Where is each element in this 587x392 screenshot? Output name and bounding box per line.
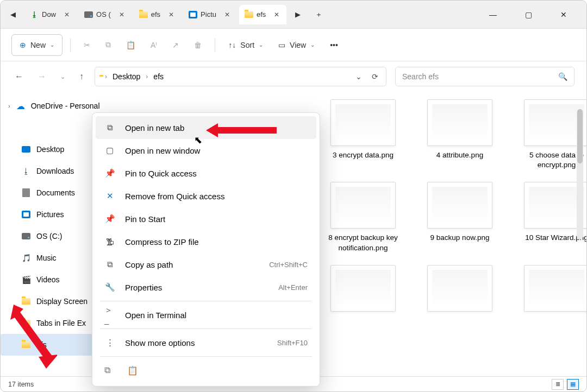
picture-icon [21, 210, 31, 219]
recent-dropdown[interactable]: ⌄ [58, 71, 67, 83]
separator [215, 38, 215, 52]
close-icon[interactable]: ✕ [167, 9, 176, 20]
file-item[interactable]: 9 backup now.png [419, 182, 501, 252]
plus-circle-icon: ⊕ [20, 41, 26, 49]
refresh-button[interactable]: ⟳ [372, 72, 378, 81]
file-item[interactable]: 4 attribute.png [419, 99, 501, 170]
ctx-show-more[interactable]: ⋮ Show more options Shift+F10 [96, 331, 316, 354]
breadcrumb[interactable]: › Desktop › efs ⌄ ⟳ [95, 67, 386, 86]
sidebar-item-onedrive[interactable]: › ☁ OneDrive - Personal [1, 95, 99, 117]
folder-icon [245, 10, 253, 19]
new-label: New [30, 41, 46, 49]
back-button[interactable]: ← [13, 69, 26, 84]
shortcut-label: Shift+F10 [277, 339, 308, 347]
copy-icon[interactable]: ⧉ [104, 365, 115, 376]
sort-button[interactable]: ↑↓ Sort ⌄ [223, 34, 268, 56]
ctx-open-new-window[interactable]: ▢ Open in new window [96, 139, 316, 162]
drive-icon [84, 10, 93, 19]
minimize-button[interactable]: — [482, 7, 504, 22]
ctx-label: Pin to Quick access [125, 169, 197, 178]
ctx-label: Compress to ZIP file [125, 237, 199, 246]
ctx-label: Properties [125, 283, 162, 292]
clipboard-icon[interactable]: 📋 [127, 365, 138, 376]
breadcrumb-efs[interactable]: efs [153, 72, 164, 81]
sidebar-item-videos[interactable]: 🎬Videos [1, 269, 99, 290]
tab-efs-active[interactable]: efs ✕ [239, 5, 286, 24]
details-view-toggle[interactable]: ≣ [552, 379, 564, 390]
sidebar-item-pictures[interactable]: Pictures [1, 204, 99, 225]
pin-icon: 📌 [104, 213, 115, 224]
file-item[interactable]: 5 choose data to encrypt.png [516, 99, 586, 170]
thumbnail [330, 99, 396, 146]
breadcrumb-desktop[interactable]: Desktop [113, 72, 140, 81]
tab-efs-1[interactable]: efs ✕ [134, 5, 181, 24]
sidebar-item-music[interactable]: 🎵Music [1, 247, 99, 269]
separator [70, 38, 71, 52]
close-icon[interactable]: ✕ [223, 9, 232, 20]
file-item[interactable] [419, 265, 501, 312]
up-button[interactable]: ↑ [77, 69, 86, 84]
tab-downloads[interactable]: ⭳ Dow ✕ [24, 5, 77, 24]
file-item[interactable]: 10 Star Wizard.png [516, 182, 586, 252]
close-icon[interactable]: ✕ [272, 9, 281, 20]
svg-marker-1 [10, 305, 53, 361]
sidebar-item-documents[interactable]: Documents [1, 182, 99, 204]
ctx-open-terminal[interactable]: ＞_ Open in Terminal [96, 304, 316, 326]
share-button[interactable]: ↗ [167, 34, 184, 56]
ctx-pin-start[interactable]: 📌 Pin to Start [96, 207, 316, 230]
sidebar-item-desktop[interactable]: Desktop [1, 138, 99, 160]
search-input[interactable]: Search efs 🔍 [395, 67, 574, 86]
tab-pictures[interactable]: Pictu ✕ [183, 5, 237, 24]
separator [100, 301, 312, 301]
separator [100, 356, 312, 357]
item-count: 17 items [8, 381, 34, 388]
ctx-copy-path[interactable]: ⧉ Copy as path Ctrl+Shift+C [96, 253, 316, 276]
ctx-properties[interactable]: 🔧 Properties Alt+Enter [96, 276, 316, 299]
sidebar-item-label: Pictures [36, 210, 64, 219]
file-item[interactable]: 8 encrypt backup key notification.png [322, 182, 404, 252]
ctx-pin-quick-access[interactable]: 📌 Pin to Quick access [96, 162, 316, 185]
new-tab-button[interactable]: ＋ [309, 5, 328, 24]
file-item[interactable]: 3 encrypt data.png [322, 99, 404, 170]
thumbnail [427, 99, 492, 146]
ctx-remove-quick-access[interactable]: ✕ Remove from Quick access [96, 185, 316, 207]
close-icon[interactable]: ✕ [117, 9, 126, 20]
tab-icon: ⧉ [104, 122, 115, 133]
thumbnails-view-toggle[interactable]: ▦ [567, 379, 579, 390]
file-label: 3 encrypt data.png [333, 150, 394, 160]
annotation-arrow [8, 305, 57, 370]
video-icon: 🎬 [21, 275, 31, 284]
maximize-button[interactable]: ▢ [517, 7, 540, 22]
scrollbar[interactable] [577, 109, 583, 239]
history-forward-button[interactable]: ▶ [289, 5, 307, 24]
file-label: 8 encrypt backup key notification.png [325, 233, 401, 252]
nav-arrows: ← → ⌄ ↑ [13, 69, 86, 84]
picture-icon [189, 10, 197, 19]
thumbnail [427, 182, 492, 229]
ctx-label: Open in new tab [125, 123, 184, 132]
titlebar: ◀ ⭳ Dow ✕ OS ( ✕ efs ✕ Pictu ✕ efs ✕ ▶ ＋ [1, 1, 586, 29]
svg-marker-2 [39, 355, 57, 369]
ctx-compress-zip[interactable]: 🗜 Compress to ZIP file [96, 230, 316, 253]
tab-os-drive[interactable]: OS ( ✕ [79, 5, 132, 24]
paste-button[interactable]: 📋 [121, 34, 141, 56]
more-button[interactable]: ••• [324, 34, 344, 56]
cut-button[interactable]: ✂ [78, 34, 96, 56]
close-icon[interactable]: ✕ [63, 9, 71, 20]
new-button[interactable]: ⊕ New ⌄ [11, 34, 63, 56]
view-button[interactable]: ▭ View ⌄ [273, 34, 320, 56]
copy-button[interactable]: ⧉ [100, 34, 116, 56]
file-item[interactable] [322, 265, 404, 312]
history-back-button[interactable]: ◀ [4, 5, 22, 24]
file-item[interactable] [516, 265, 586, 312]
forward-button[interactable]: → [35, 69, 48, 84]
sidebar-item-downloads[interactable]: ⭳Downloads [1, 160, 99, 182]
sidebar-item-os-drive[interactable]: OS (C:) [1, 225, 99, 247]
rename-button[interactable]: Aᴵ [145, 34, 163, 56]
breadcrumb-dropdown[interactable]: ⌄ [355, 72, 362, 81]
scrollbar-thumb[interactable] [577, 109, 583, 163]
chevron-down-icon: ⌄ [50, 42, 54, 48]
close-window-button[interactable]: ✕ [553, 7, 574, 22]
file-label: 9 backup now.png [430, 233, 490, 243]
delete-button[interactable]: 🗑 [189, 34, 207, 56]
